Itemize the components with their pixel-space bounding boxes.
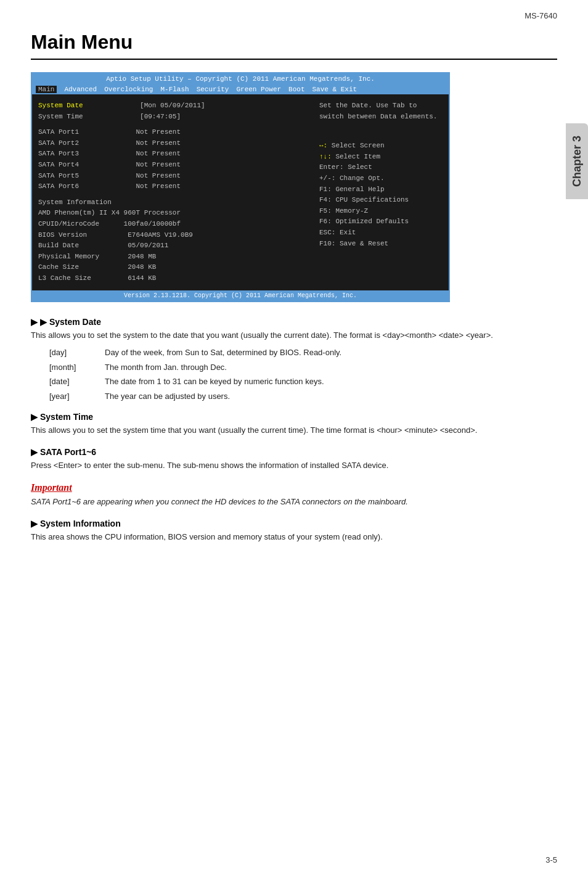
page-number: 3-5 [545,855,557,865]
bios-key-selectscreen: ↔: Select Screen [319,141,443,152]
bios-menu-greenpower: Green Power [236,86,281,93]
bios-body: System Date [Mon 05/09/2011] System Time… [32,94,449,290]
field-label-date: [date] [49,376,105,388]
bios-screenshot: Aptio Setup Utility – Copyright (C) 2011… [31,72,450,302]
field-desc-date: The date from 1 to 31 can be keyed by nu… [105,376,324,388]
section-sata-port: ▶ SATA Port1~6 Press <Enter> to enter th… [31,447,557,472]
arrow-icon-system-info: ▶ [31,519,38,528]
bios-menu-overclocking: Overclocking [104,86,153,93]
bios-menu-mflash: M-Flash [160,86,189,93]
field-row-date: [date] The date from 1 to 31 can be keye… [49,376,557,388]
bios-right-panel: Set the Date. Use Tab toswitch between D… [313,98,449,287]
bios-left-panel: System Date [Mon 05/09/2011] System Time… [32,98,313,287]
section-heading-sata-port: ▶ SATA Port1~6 [31,447,557,457]
field-desc-year: The year can be adjusted by users. [105,390,230,403]
section-system-info: ▶ System Information This area shows the… [31,519,557,544]
important-title: Important [31,482,557,493]
bios-menu-bar: Main Advanced Overclocking M-Flash Secur… [32,84,449,94]
chapter-tab: Chapter 3 [566,123,588,199]
bios-menu-boot: Boot [288,86,304,93]
field-label-day: [day] [49,347,105,359]
bios-menu-security: Security [197,86,229,93]
bios-row-sata1: SATA Port1 Not Present [38,127,307,138]
bios-row-sata2: SATA Port2 Not Present [38,138,307,149]
bios-row-systime: System Time [09:47:05] [38,112,307,123]
arrow-icon-system-date: ▶ [31,317,38,327]
field-label-year: [year] [49,390,105,403]
bios-row-l3cache: L3 Cache Size 6144 KB [38,273,307,284]
bios-row-biosver: BIOS Version E7640AMS V19.0B9 [38,230,307,241]
section-heading-system-date: ▶ ▶ System Date [31,317,557,327]
arrow-icon-system-time: ▶ [31,412,38,422]
bios-row-cpu: AMD Phenom(tm) II X4 960T Processor [38,208,307,219]
bios-menu-main: Main [36,86,57,93]
bios-menu-saveexit: Save & Exit [312,86,357,93]
field-desc-month: The month from Jan. through Dec. [105,361,227,374]
field-table-system-date: [day] Day of the week, from Sun to Sat, … [49,347,557,402]
field-row-year: [year] The year can be adjusted by users… [49,390,557,403]
bios-row-sata6: SATA Port6 Not Present [38,181,307,192]
bios-key-change: +/-: Change Opt. [319,173,443,184]
main-content: Main Menu Aptio Setup Utility – Copyrigh… [31,0,557,543]
section-text-system-date: This allows you to set the system to the… [31,329,557,342]
section-system-time: ▶ System Time This allows you to set the… [31,412,557,437]
bios-row-sata4: SATA Port4 Not Present [38,160,307,171]
field-desc-day: Day of the week, from Sun to Sat, determ… [105,347,341,359]
important-text: SATA Port1~6 are appearing when you conn… [31,496,557,509]
bios-key-selectitem: ↑↓: Select Item [319,152,443,163]
section-text-sata-port: Press <Enter> to enter the sub-menu. The… [31,459,557,472]
model-number: MS-7640 [525,11,557,20]
important-box: Important SATA Port1~6 are appearing whe… [31,482,557,509]
section-text-system-time: This allows you to set the system time t… [31,424,557,437]
bios-title-bar: Aptio Setup Utility – Copyright (C) 2011… [32,73,449,84]
bios-key-f5: F5: Memory-Z [319,206,443,217]
bios-menu-advanced: Advanced [64,86,97,93]
bios-help-text: Set the Date. Use Tab toswitch between D… [319,101,443,122]
bios-row-cpuid: CPUID/MicroCode 100fa0/10000bf [38,219,307,230]
bios-row-physmem: Physical Memory 2048 MB [38,252,307,263]
section-text-system-info: This area shows the CPU information, BIO… [31,531,557,544]
field-label-month: [month] [49,361,105,374]
section-system-date: ▶ ▶ System Date This allows you to set t… [31,317,557,403]
bios-row-sata5: SATA Port5 Not Present [38,171,307,182]
bios-key-f10: F10: Save & Reset [319,239,443,250]
bios-key-f4: F4: CPU Specifications [319,195,443,206]
bios-key-f1: F1: General Help [319,184,443,195]
section-heading-system-info: ▶ System Information [31,519,557,528]
field-row-month: [month] The month from Jan. through Dec. [49,361,557,374]
bios-row-sysdate: System Date [Mon 05/09/2011] [38,101,307,112]
bios-row-cache: Cache Size 2048 KB [38,262,307,273]
page-title: Main Menu [31,31,557,60]
bios-key-f6: F6: Optimized Defaults [319,216,443,228]
bios-row-sysinfo: System Information [38,197,307,208]
bios-row-sata3: SATA Port3 Not Present [38,149,307,160]
arrow-icon-sata-port: ▶ [31,447,38,457]
bios-key-esc: ESC: Exit [319,228,443,239]
field-row-day: [day] Day of the week, from Sun to Sat, … [49,347,557,359]
bios-row-builddate: Build Date 05/09/2011 [38,240,307,252]
section-heading-system-time: ▶ System Time [31,412,557,422]
bios-footer: Version 2.13.1218. Copyright (C) 2011 Am… [32,290,449,301]
bios-key-enter: Enter: Select [319,162,443,173]
